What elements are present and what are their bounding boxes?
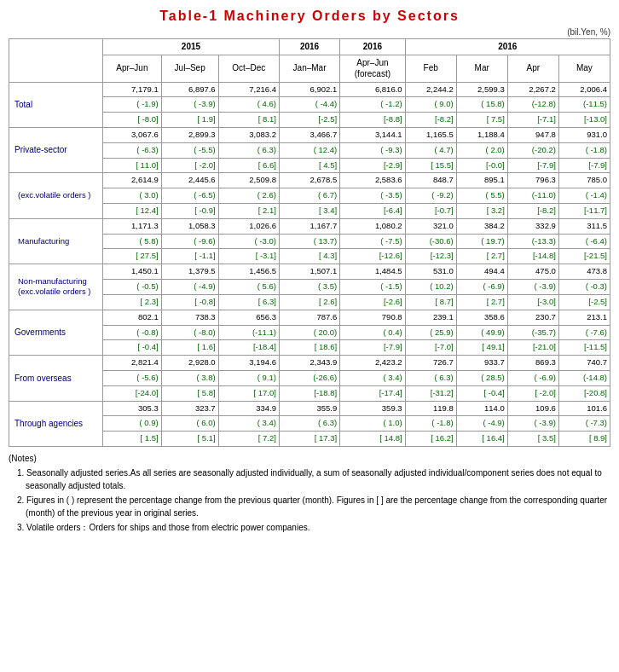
data-cell-6-1-3: (-26.6) [279, 370, 339, 385]
data-cell-7-2-2: [ 7.2] [218, 432, 279, 447]
data-cell-3-1-3: ( 13.7) [279, 234, 339, 249]
data-cell-7-1-7: ( -3.9) [507, 416, 558, 432]
data-cell-0-0-3: 6,902.1 [279, 82, 339, 97]
data-cell-1-0-2: 3,083.2 [218, 127, 279, 142]
data-cell-1-0-1: 2,899.3 [161, 127, 218, 142]
data-cell-5-2-3: [ 18.6] [279, 340, 339, 356]
section-label-4: Non-manufacturing(exc.volatile orders ) [9, 264, 103, 310]
data-cell-6-0-5: 726.7 [405, 356, 456, 371]
data-cell-7-0-0: 305.3 [103, 401, 162, 416]
data-cell-4-0-6: 494.4 [456, 264, 507, 280]
data-cell-0-0-4: 6,816.0 [340, 82, 405, 97]
data-cell-0-2-3: [-2.5] [279, 113, 339, 128]
data-cell-1-0-0: 3,067.6 [103, 127, 162, 142]
data-cell-2-1-0: ( 3.0) [103, 188, 162, 204]
data-cell-2-0-2: 2,509.8 [218, 173, 279, 188]
data-cell-1-0-5: 1,165.5 [405, 127, 456, 142]
data-cell-4-1-1: ( -4.9) [161, 280, 218, 295]
header-jan-mar: Jan–Mar [279, 55, 339, 82]
data-cell-3-2-7: [-14.8] [507, 249, 558, 264]
data-cell-0-0-6: 2,599.3 [456, 82, 507, 97]
data-cell-5-2-1: [ 1.6] [161, 340, 218, 356]
data-cell-6-0-8: 740.7 [558, 356, 610, 371]
header-mar: Mar [456, 55, 507, 82]
data-cell-0-1-5: ( 9.0) [405, 97, 456, 113]
data-cell-7-1-4: ( 1.0) [340, 416, 405, 432]
data-table: 2015 2016 2016 2016 Apr–Jun Jul–Sep Oct–… [9, 38, 610, 447]
data-cell-7-1-6: ( -4.9) [456, 416, 507, 432]
data-cell-5-1-7: (-35.7) [507, 325, 558, 340]
data-cell-5-0-4: 790.8 [340, 310, 405, 325]
data-cell-1-2-1: [ -2.0] [161, 158, 218, 173]
data-cell-1-1-6: ( 2.0) [456, 142, 507, 158]
data-cell-4-0-7: 475.0 [507, 264, 558, 280]
header-feb: Feb [405, 55, 456, 82]
data-cell-2-0-7: 796.3 [507, 173, 558, 188]
data-cell-5-2-6: [ 49.1] [456, 340, 507, 356]
data-cell-3-2-3: [ 4.3] [279, 249, 339, 264]
data-cell-3-2-8: [-21.5] [558, 249, 610, 264]
year-2016-q1: 2016 [279, 39, 339, 55]
data-cell-3-2-4: [-12.6] [340, 249, 405, 264]
note-item-1: 2. Figures in ( ) represent the percenta… [17, 494, 610, 519]
data-cell-3-1-6: ( 19.7) [456, 234, 507, 249]
data-cell-4-0-2: 1,456.5 [218, 264, 279, 280]
data-cell-3-0-7: 332.9 [507, 218, 558, 234]
header-apr-jun: Apr–Jun [103, 55, 162, 82]
data-cell-3-0-6: 384.2 [456, 218, 507, 234]
data-cell-3-2-6: [ 2.7] [456, 249, 507, 264]
data-cell-5-1-3: ( 20.0) [279, 325, 339, 340]
data-cell-6-2-2: [ 17.0] [218, 385, 279, 401]
data-cell-0-1-7: (-12.8) [507, 97, 558, 113]
data-cell-3-0-4: 1,080.2 [340, 218, 405, 234]
data-cell-3-1-4: ( -7.5) [340, 234, 405, 249]
data-cell-4-1-4: ( -1.5) [340, 280, 405, 295]
data-cell-5-1-2: (-11.1) [218, 325, 279, 340]
header-apr: Apr [507, 55, 558, 82]
data-cell-0-2-6: [ 7.5] [456, 113, 507, 128]
data-cell-2-2-7: [-8.2] [507, 204, 558, 219]
year-2016-monthly: 2016 [405, 39, 610, 55]
data-cell-1-0-3: 3,466.7 [279, 127, 339, 142]
data-cell-2-2-6: [ 3.2] [456, 204, 507, 219]
data-cell-5-0-7: 230.7 [507, 310, 558, 325]
section-label-5: Governments [9, 310, 103, 355]
data-cell-4-1-7: ( -3.9) [507, 280, 558, 295]
data-cell-7-1-0: ( 0.9) [103, 416, 162, 432]
data-cell-2-1-2: ( 2.6) [218, 188, 279, 204]
data-cell-6-2-0: [-24.0] [103, 385, 162, 401]
empty-header [9, 39, 103, 83]
data-cell-1-1-3: ( 12.4) [279, 142, 339, 158]
data-cell-5-1-5: ( 25.9) [405, 325, 456, 340]
data-cell-7-0-2: 334.9 [218, 401, 279, 416]
data-cell-4-1-2: ( 5.6) [218, 280, 279, 295]
data-cell-4-1-8: ( -0.3) [558, 280, 610, 295]
data-cell-0-0-2: 7,216.4 [218, 82, 279, 97]
data-cell-3-1-7: (-13.3) [507, 234, 558, 249]
year-header-row: 2015 2016 2016 2016 [9, 39, 610, 55]
data-cell-3-2-5: [-12.3] [405, 249, 456, 264]
data-cell-5-0-8: 213.1 [558, 310, 610, 325]
data-cell-3-1-1: ( -9.6) [161, 234, 218, 249]
data-cell-7-1-1: ( 6.0) [161, 416, 218, 432]
data-cell-2-0-1: 2,445.6 [161, 173, 218, 188]
data-cell-0-0-8: 2,006.4 [558, 82, 610, 97]
data-cell-2-2-0: [ 12.4] [103, 204, 162, 219]
data-cell-4-0-5: 531.0 [405, 264, 456, 280]
data-cell-6-2-6: [ -0.4] [456, 385, 507, 401]
header-apr-jun-fc: Apr–Jun(forecast) [340, 55, 405, 82]
data-cell-0-1-6: ( 15.8) [456, 97, 507, 113]
data-cell-6-0-1: 2,928.0 [161, 356, 218, 371]
data-cell-2-1-3: ( 6.7) [279, 188, 339, 204]
data-cell-6-1-0: ( -5.6) [103, 370, 162, 385]
data-cell-0-2-4: [-8.8] [340, 113, 405, 128]
header-may: May [558, 55, 610, 82]
data-cell-2-2-2: [ 2.1] [218, 204, 279, 219]
data-cell-6-1-2: ( 9.1) [218, 370, 279, 385]
data-cell-7-0-1: 323.7 [161, 401, 218, 416]
data-cell-4-2-1: [ -0.8] [161, 294, 218, 310]
data-cell-0-0-0: 7,179.1 [103, 82, 162, 97]
data-cell-3-2-0: [ 27.5] [103, 249, 162, 264]
data-cell-5-2-0: [ -0.4] [103, 340, 162, 356]
data-cell-1-2-8: [-7.9] [558, 158, 610, 173]
